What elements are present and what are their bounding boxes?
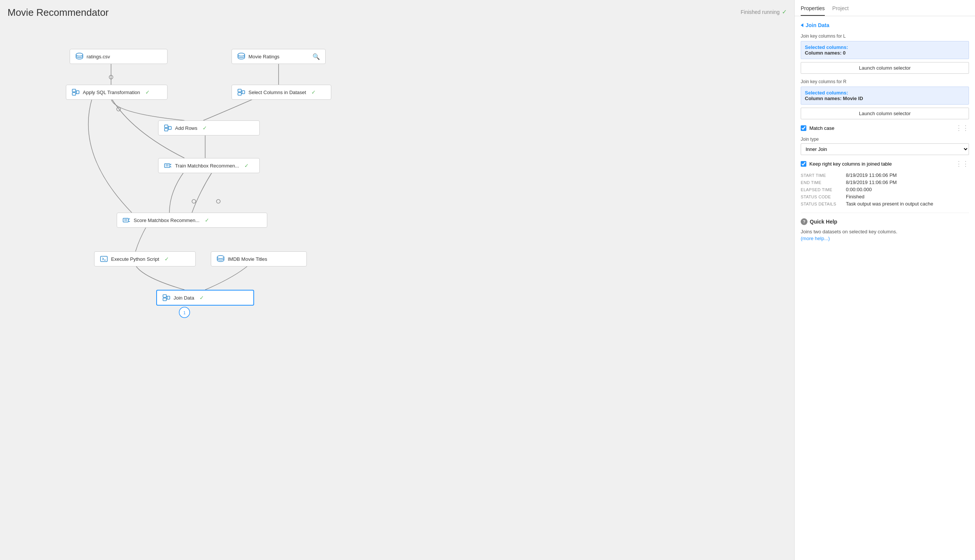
svg-rect-36 bbox=[163, 295, 167, 297]
right-panel: Properties Project Join Data Join key co… bbox=[794, 0, 975, 560]
status-code-label: STATUS CODE bbox=[801, 194, 842, 200]
python-icon bbox=[100, 255, 108, 263]
node-select-columns[interactable]: Select Columns in Dataset ✓ bbox=[232, 85, 331, 100]
tab-properties[interactable]: Properties bbox=[801, 0, 825, 16]
svg-rect-37 bbox=[163, 298, 167, 301]
svg-point-1 bbox=[117, 107, 120, 111]
svg-point-2 bbox=[192, 200, 196, 203]
svg-point-7 bbox=[238, 53, 245, 56]
svg-rect-23 bbox=[165, 164, 170, 167]
svg-rect-18 bbox=[165, 125, 168, 128]
status-details-value: Task output was present in output cache bbox=[846, 201, 969, 207]
check-icon: ✓ bbox=[244, 163, 249, 168]
launch-column-selector-r-button[interactable]: Launch column selector bbox=[801, 108, 969, 119]
check-icon: ✓ bbox=[203, 125, 207, 131]
sql-icon bbox=[164, 124, 172, 132]
elapsed-time-value: 0:00:00.000 bbox=[846, 187, 969, 192]
start-time-value: 8/19/2019 11:06:06 PM bbox=[846, 172, 969, 178]
node-label: Execute Python Script bbox=[111, 256, 159, 262]
quick-help-header: ? Quick Help bbox=[801, 218, 969, 225]
node-label: Movie Ratings bbox=[248, 54, 279, 60]
svg-rect-20 bbox=[168, 127, 171, 130]
check-icon: ✓ bbox=[165, 256, 169, 262]
check-icon: ✓ bbox=[205, 217, 209, 223]
match-case-row: Match case ⋮⋮ bbox=[801, 125, 969, 131]
db-icon bbox=[75, 52, 83, 61]
node-apply-sql[interactable]: Apply SQL Transformation ✓ bbox=[66, 85, 168, 100]
workflow-canvas: 1 ratings.csv Movie Ratings 🔍 bbox=[0, 23, 794, 560]
elapsed-time-label: ELAPSED TIME bbox=[801, 187, 842, 192]
db-icon bbox=[217, 255, 225, 263]
selected-columns-l-box: Selected columns: Column names: 0 bbox=[801, 41, 969, 59]
node-label: Select Columns in Dataset bbox=[248, 90, 306, 95]
db-icon bbox=[237, 52, 245, 61]
node-ratings-csv[interactable]: ratings.csv bbox=[70, 49, 168, 64]
check-icon: ✓ bbox=[145, 89, 150, 95]
join-type-select[interactable]: Inner Join Left Outer Join Full Outer Jo… bbox=[801, 143, 969, 155]
page-title: Movie Recommendator bbox=[8, 7, 109, 18]
node-add-rows[interactable]: Add Rows ✓ bbox=[158, 120, 260, 135]
node-label: Train Matchbox Recommen... bbox=[175, 163, 239, 168]
selected-columns-l-value: Column names: 0 bbox=[805, 50, 965, 56]
keep-right-checkbox[interactable] bbox=[801, 161, 807, 167]
svg-rect-8 bbox=[72, 89, 76, 92]
node-imdb-titles[interactable]: IMDB Movie Titles bbox=[211, 252, 307, 267]
svg-rect-13 bbox=[238, 89, 241, 92]
launch-column-selector-l-button[interactable]: Launch column selector bbox=[801, 62, 969, 74]
panel-content: Join Data Join key columns for L Selecte… bbox=[795, 16, 975, 560]
workflow-canvas-area: Movie Recommendator Finished running ✓ bbox=[0, 0, 794, 560]
selected-columns-r-value: Column names: Movie ID bbox=[805, 96, 965, 101]
match-case-label: Match case bbox=[809, 125, 834, 131]
svg-rect-19 bbox=[165, 128, 168, 131]
tab-project[interactable]: Project bbox=[832, 0, 849, 16]
svg-point-0 bbox=[109, 75, 113, 79]
match-case-checkbox[interactable] bbox=[801, 125, 807, 131]
more-help-link[interactable]: (more help...) bbox=[801, 236, 830, 241]
info-grid: START TIME 8/19/2019 11:06:06 PM END TIM… bbox=[801, 172, 969, 207]
svg-text:1: 1 bbox=[183, 310, 186, 315]
node-label: IMDB Movie Titles bbox=[228, 256, 267, 262]
section-header: Join Data bbox=[801, 22, 969, 28]
node-label: Add Rows bbox=[175, 125, 197, 131]
join-type-label: Join type bbox=[801, 137, 969, 142]
quick-help-section: ? Quick Help Joins two datasets on selec… bbox=[801, 213, 969, 241]
svg-point-3 bbox=[217, 200, 220, 203]
section-title: Join Data bbox=[806, 22, 829, 28]
node-score-matchbox[interactable]: Score Matchbox Recommen... ✓ bbox=[117, 213, 267, 228]
start-time-label: START TIME bbox=[801, 172, 842, 178]
svg-rect-10 bbox=[77, 91, 79, 94]
svg-point-4 bbox=[179, 307, 190, 318]
node-label: ratings.csv bbox=[87, 54, 110, 60]
svg-point-35 bbox=[217, 255, 224, 258]
status-bar: Finished running ✓ bbox=[740, 8, 787, 15]
check-icon: ✓ bbox=[200, 295, 204, 301]
status-code-value: Finished bbox=[846, 194, 969, 200]
drag-handle-icon-2: ⋮⋮ bbox=[955, 160, 969, 167]
svg-rect-15 bbox=[242, 91, 245, 94]
node-join-data[interactable]: Join Data ✓ bbox=[156, 290, 254, 306]
quick-help-title: Quick Help bbox=[810, 219, 837, 225]
node-movie-ratings[interactable]: Movie Ratings 🔍 bbox=[232, 49, 326, 64]
node-execute-python[interactable]: Execute Python Script ✓ bbox=[94, 252, 196, 267]
selected-columns-r-title: Selected columns: bbox=[805, 90, 965, 96]
svg-rect-14 bbox=[238, 93, 241, 95]
quick-help-text: Joins two datasets on selected key colum… bbox=[801, 228, 969, 236]
svg-rect-9 bbox=[72, 93, 76, 95]
keep-right-label: Keep right key columns in joined table bbox=[809, 161, 892, 167]
svg-rect-38 bbox=[167, 296, 170, 299]
svg-point-6 bbox=[76, 53, 83, 56]
node-train-matchbox[interactable]: Train Matchbox Recommen... ✓ bbox=[158, 158, 260, 173]
collapse-icon[interactable] bbox=[801, 23, 803, 27]
node-label: Apply SQL Transformation bbox=[83, 90, 140, 95]
panel-tabs: Properties Project bbox=[795, 0, 975, 16]
node-label: Score Matchbox Recommen... bbox=[133, 218, 200, 223]
selected-columns-l-title: Selected columns: bbox=[805, 44, 965, 50]
sql-icon bbox=[72, 88, 80, 96]
train-icon bbox=[164, 162, 172, 170]
status-check-icon: ✓ bbox=[782, 8, 787, 15]
status-text: Finished running bbox=[740, 9, 780, 15]
keep-right-row: Keep right key columns in joined table ⋮… bbox=[801, 160, 969, 167]
selected-columns-r-box: Selected columns: Column names: Movie ID bbox=[801, 87, 969, 105]
status-details-label: STATUS DETAILS bbox=[801, 201, 842, 207]
end-time-value: 8/19/2019 11:06:06 PM bbox=[846, 180, 969, 185]
